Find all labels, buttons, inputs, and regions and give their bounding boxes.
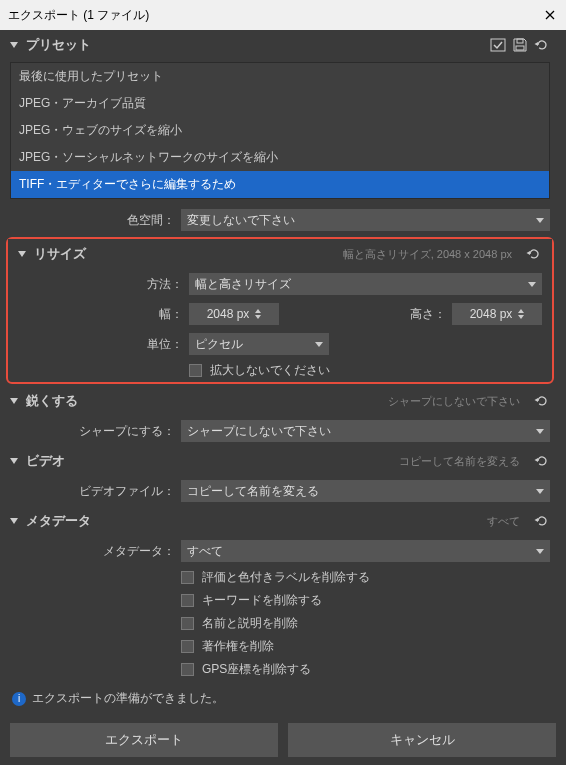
spin-up-icon[interactable]: [255, 309, 261, 314]
meta-check-label: 評価と色付きラベルを削除する: [202, 569, 370, 586]
meta-check-label: 著作権を削除: [202, 638, 274, 655]
spin-up-icon[interactable]: [518, 309, 524, 314]
section-resize-header[interactable]: リサイズ 幅と高さリサイズ, 2048 x 2048 px: [8, 239, 552, 269]
metadata-value: すべて: [187, 543, 223, 560]
resize-summary: 幅と高さリサイズ, 2048 x 2048 px: [343, 247, 512, 262]
preset-item[interactable]: JPEG・ウェブのサイズを縮小: [11, 117, 549, 144]
colorspace-select[interactable]: 変更しないで下さい: [181, 209, 550, 231]
spin-down-icon[interactable]: [518, 315, 524, 320]
scroll-area[interactable]: プリセット 最後に使用したプリセット JPEG・アーカイブ品質 JPEG・ウェブ…: [0, 30, 566, 682]
cancel-button[interactable]: キャンセル: [288, 723, 556, 757]
unit-select[interactable]: ピクセル: [189, 333, 329, 355]
meta-check-row: 名前と説明を削除: [0, 612, 560, 635]
preset-apply-icon[interactable]: [490, 37, 506, 53]
meta-check-gps[interactable]: [181, 663, 194, 676]
preset-item[interactable]: JPEG・ソーシャルネットワークのサイズを縮小: [11, 144, 549, 171]
meta-check-rating[interactable]: [181, 571, 194, 584]
no-upscale-checkbox[interactable]: [189, 364, 202, 377]
close-icon[interactable]: [542, 7, 558, 23]
chevron-down-icon: [10, 397, 18, 405]
section-video-header[interactable]: ビデオ コピーして名前を変える: [0, 446, 560, 476]
width-input[interactable]: 2048 px: [189, 303, 279, 325]
video-row: ビデオファイル： コピーして名前を変える: [0, 476, 560, 506]
svg-rect-4: [517, 39, 523, 43]
svg-marker-23: [535, 518, 539, 522]
meta-check-row: 評価と色付きラベルを削除する: [0, 566, 560, 589]
svg-rect-5: [516, 46, 524, 50]
colorspace-label: 色空間：: [10, 212, 175, 229]
footer: エクスポート キャンセル: [0, 715, 566, 765]
chevron-down-icon: [536, 549, 544, 554]
unit-label: 単位：: [18, 336, 183, 353]
meta-check-label: 名前と説明を削除: [202, 615, 298, 632]
presets-title: プリセット: [26, 36, 91, 54]
video-select[interactable]: コピーして名前を変える: [181, 480, 550, 502]
revert-icon[interactable]: [534, 453, 550, 469]
sharpen-title: 鋭くする: [26, 392, 78, 410]
no-upscale-label: 拡大しないでください: [210, 362, 330, 379]
svg-marker-10: [528, 282, 536, 287]
info-icon: i: [12, 692, 26, 706]
meta-check-row: GPS座標を削除する: [0, 658, 560, 681]
preset-revert-icon[interactable]: [534, 37, 550, 53]
svg-marker-18: [536, 429, 544, 434]
method-row: 方法： 幅と高さリサイズ: [8, 269, 552, 299]
chevron-down-icon: [536, 429, 544, 434]
method-label: 方法：: [18, 276, 183, 293]
svg-marker-13: [518, 309, 524, 313]
meta-check-keywords[interactable]: [181, 594, 194, 607]
unit-value: ピクセル: [195, 336, 243, 353]
svg-marker-11: [255, 309, 261, 313]
meta-check-label: キーワードを削除する: [202, 592, 322, 609]
export-button[interactable]: エクスポート: [10, 723, 278, 757]
svg-marker-24: [536, 549, 544, 554]
chevron-down-icon: [536, 218, 544, 223]
svg-marker-17: [535, 398, 539, 402]
window-title: エクスポート (1 ファイル): [8, 7, 149, 24]
svg-marker-8: [18, 251, 26, 257]
metadata-label: メタデータ：: [10, 543, 175, 560]
sharpen-label: シャープにする：: [10, 423, 175, 440]
meta-check-caption[interactable]: [181, 617, 194, 630]
chevron-down-icon: [10, 517, 18, 525]
svg-marker-14: [518, 315, 524, 319]
svg-marker-16: [10, 398, 18, 404]
section-metadata-header[interactable]: メタデータ すべて: [0, 506, 560, 536]
meta-check-row: 著作権を削除: [0, 635, 560, 658]
meta-check-row: キーワードを削除する: [0, 589, 560, 612]
revert-icon[interactable]: [526, 246, 542, 262]
preset-item-selected[interactable]: TIFF・エディターでさらに編集するため: [11, 171, 549, 198]
resize-title: リサイズ: [34, 245, 86, 263]
dialog-content: プリセット 最後に使用したプリセット JPEG・アーカイブ品質 JPEG・ウェブ…: [0, 30, 566, 765]
sharpen-summary: シャープにしないで下さい: [388, 394, 520, 409]
width-label: 幅：: [18, 306, 183, 323]
dimensions-row: 幅： 2048 px 高さ： 2048 px: [8, 299, 552, 329]
preset-list: 最後に使用したプリセット JPEG・アーカイブ品質 JPEG・ウェブのサイズを縮…: [10, 62, 550, 199]
metadata-title: メタデータ: [26, 512, 91, 530]
revert-icon[interactable]: [534, 513, 550, 529]
preset-item[interactable]: 最後に使用したプリセット: [11, 63, 549, 90]
colorspace-value: 変更しないで下さい: [187, 212, 295, 229]
method-select[interactable]: 幅と高さリサイズ: [189, 273, 542, 295]
height-input[interactable]: 2048 px: [452, 303, 542, 325]
section-presets-header[interactable]: プリセット: [0, 30, 560, 60]
height-label: 高さ：: [410, 306, 446, 323]
spin-down-icon[interactable]: [255, 315, 261, 320]
svg-marker-22: [10, 518, 18, 524]
svg-marker-15: [315, 342, 323, 347]
metadata-select[interactable]: すべて: [181, 540, 550, 562]
sharpen-select[interactable]: シャープにしないで下さい: [181, 420, 550, 442]
chevron-down-icon: [18, 250, 26, 258]
height-value: 2048 px: [470, 307, 513, 321]
svg-marker-19: [10, 458, 18, 464]
revert-icon[interactable]: [534, 393, 550, 409]
video-value: コピーして名前を変える: [187, 483, 319, 500]
metadata-row: メタデータ： すべて: [0, 536, 560, 566]
svg-marker-21: [536, 489, 544, 494]
chevron-down-icon: [315, 342, 323, 347]
meta-check-copyright[interactable]: [181, 640, 194, 653]
preset-save-icon[interactable]: [512, 37, 528, 53]
section-sharpen-header[interactable]: 鋭くする シャープにしないで下さい: [0, 386, 560, 416]
preset-item[interactable]: JPEG・アーカイブ品質: [11, 90, 549, 117]
no-upscale-row: 拡大しないでください: [8, 359, 552, 382]
